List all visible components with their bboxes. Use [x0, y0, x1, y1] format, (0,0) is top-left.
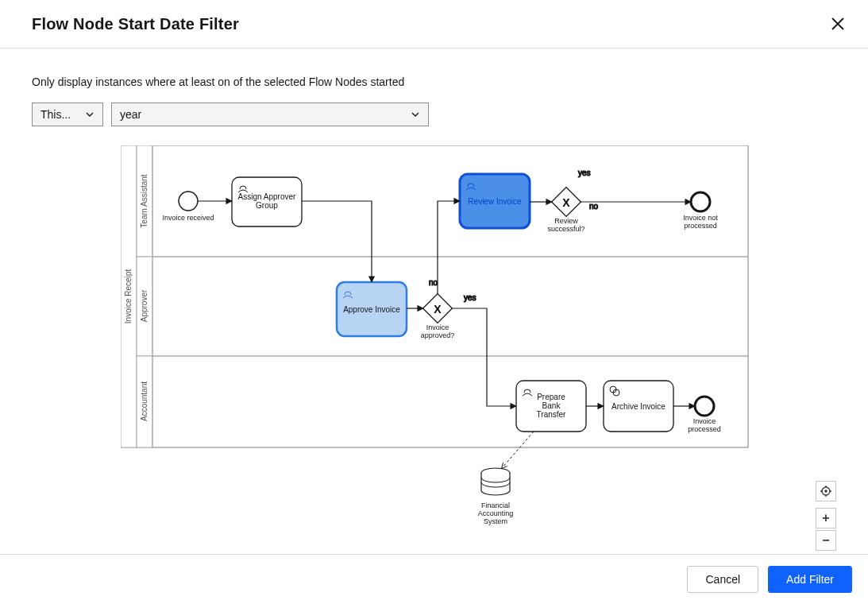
svg-text:Archive Invoice: Archive Invoice [611, 402, 665, 411]
period-scope-dropdown[interactable]: This... [32, 103, 103, 126]
svg-text:FinancialAccountingSystem: FinancialAccountingSystem [478, 501, 514, 525]
close-icon [831, 17, 845, 31]
minus-icon: − [822, 533, 829, 548]
task-assign-approver[interactable]: Assign ApproverGroup [232, 177, 302, 226]
svg-text:no: no [429, 278, 438, 287]
date-filter-dropdowns: This... year [32, 103, 836, 126]
end-event-processed[interactable]: Invoiceprocessed [688, 397, 721, 433]
zoom-out-button[interactable]: − [816, 530, 836, 551]
plus-icon: + [822, 511, 829, 525]
task-approve-invoice[interactable]: Approve Invoice [337, 282, 407, 336]
task-prepare-bank-transfer[interactable]: PrepareBankTransfer [516, 381, 586, 432]
svg-text:yes: yes [464, 293, 476, 302]
close-button[interactable] [827, 13, 849, 35]
lane-label-1: Approver [140, 289, 149, 322]
svg-point-30 [695, 397, 714, 416]
svg-text:yes: yes [578, 168, 591, 177]
cancel-button[interactable]: Cancel [687, 566, 758, 593]
modal-subtitle: Only display instances where at least on… [32, 76, 836, 88]
period-unit-value: year [120, 108, 141, 121]
chevron-down-icon [85, 110, 95, 119]
data-store-fas[interactable]: FinancialAccountingSystem [478, 468, 514, 525]
svg-text:Review Invoice: Review Invoice [468, 197, 522, 206]
lane-label-0: Team Assistant [140, 174, 149, 227]
zoom-reset-button[interactable] [816, 481, 836, 501]
start-event-invoice-received[interactable]: Invoice received [162, 192, 214, 222]
svg-point-22 [691, 192, 710, 211]
bpmn-diagram: Invoice Receipt Team Assistant Approver … [121, 145, 756, 551]
add-filter-button[interactable]: Add Filter [768, 566, 852, 593]
modal-title: Flow Node Start Date Filter [32, 15, 239, 33]
target-icon [820, 486, 831, 497]
pool-label: Invoice Receipt [124, 269, 133, 324]
svg-point-39 [824, 490, 827, 493]
end-event-not-processed[interactable]: Invoice notprocessed [683, 192, 718, 230]
svg-text:Invoiceapproved?: Invoiceapproved? [421, 323, 455, 339]
zoom-controls: + − [816, 481, 836, 551]
period-unit-dropdown[interactable]: year [111, 103, 429, 126]
svg-text:Invoice notprocessed: Invoice notprocessed [683, 214, 718, 230]
gateway-review-successful[interactable]: X Reviewsuccessful? [547, 188, 584, 233]
gateway-invoice-approved[interactable]: X Invoiceapproved? [421, 294, 455, 339]
filter-modal: Flow Node Start Date Filter Only display… [0, 0, 868, 604]
svg-text:Approve Invoice: Approve Invoice [343, 305, 400, 314]
period-scope-value: This... [41, 108, 71, 121]
task-review-invoice[interactable]: Review Invoice [460, 174, 530, 228]
svg-text:X: X [434, 303, 442, 316]
modal-header: Flow Node Start Date Filter [0, 0, 868, 48]
svg-text:Invoice received: Invoice received [162, 214, 214, 222]
modal-body: Only display instances where at least on… [0, 48, 868, 554]
lane-label-2: Accountant [140, 381, 149, 421]
chevron-down-icon [411, 110, 420, 119]
zoom-in-button[interactable]: + [816, 508, 836, 528]
svg-text:Reviewsuccessful?: Reviewsuccessful? [547, 217, 584, 233]
task-archive-invoice[interactable]: Archive Invoice [604, 381, 673, 432]
svg-text:Invoiceprocessed: Invoiceprocessed [688, 417, 721, 433]
bpmn-diagram-container[interactable]: Invoice Receipt Team Assistant Approver … [32, 145, 836, 554]
svg-text:no: no [589, 202, 599, 211]
svg-point-8 [179, 192, 198, 211]
svg-text:X: X [562, 196, 570, 209]
modal-footer: Cancel Add Filter [0, 554, 868, 604]
